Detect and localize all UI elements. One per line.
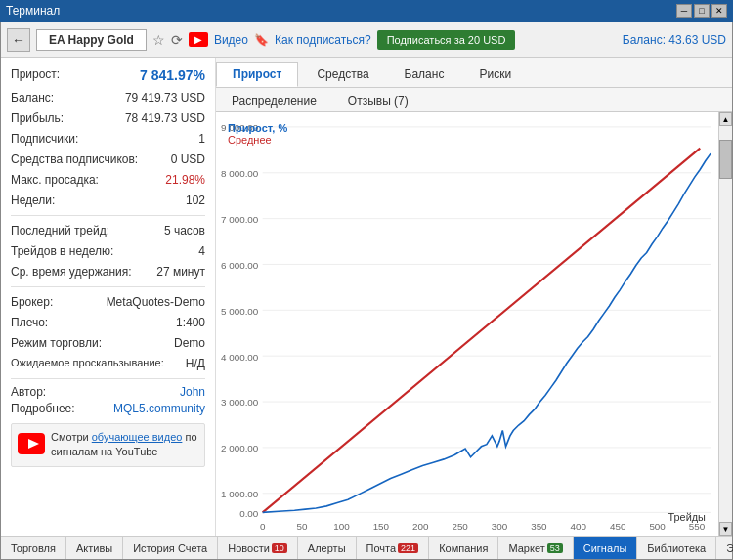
- chart-area: Прирост, % Среднее: [216, 112, 732, 536]
- subscribers-label: Подписчики:: [11, 130, 78, 148]
- svg-text:4 000.00: 4 000.00: [221, 352, 259, 363]
- promo-text: Смотри обучающее видео по сигналам на Yo…: [51, 430, 198, 460]
- subscribe-link[interactable]: Как подписаться?: [275, 33, 371, 47]
- mode-stat: Режим торговли: Demo: [11, 334, 205, 352]
- bottom-tab-mail[interactable]: Почта 221: [357, 537, 430, 559]
- mode-label: Режим торговли:: [11, 334, 102, 352]
- svg-text:8 000.00: 8 000.00: [221, 168, 259, 179]
- main-tabs: Прирост Средства Баланс Риски: [216, 58, 732, 88]
- chart-avg-label: Среднее: [228, 134, 287, 146]
- svg-text:3 000.00: 3 000.00: [221, 397, 259, 408]
- tab-reviews[interactable]: Отзывы (7): [332, 90, 424, 111]
- chart-growth-label: Прирост, %: [228, 122, 287, 134]
- chart-legend: Прирост, % Среднее: [228, 122, 287, 146]
- svg-text:200: 200: [412, 521, 429, 532]
- drawdown-stat: Макс. просадка: 21.98%: [11, 171, 205, 189]
- profit-value: 78 419.73 USD: [125, 109, 205, 127]
- scroll-thumb[interactable]: [719, 140, 732, 179]
- last-trade-label: Последний трейд:: [11, 222, 109, 239]
- youtube-promo-icon: [18, 433, 45, 457]
- scroll-up-button[interactable]: ▲: [719, 112, 732, 126]
- avg-hold-value: 27 минут: [156, 263, 205, 280]
- close-button[interactable]: ✕: [711, 4, 727, 18]
- author-label: Автор:: [11, 385, 46, 399]
- bottom-tab-history[interactable]: История Счета: [123, 537, 218, 559]
- svg-line-35: [263, 149, 701, 513]
- mode-value: Demo: [174, 334, 205, 352]
- video-link[interactable]: Видео: [214, 33, 248, 47]
- tab-balance[interactable]: Баланс: [388, 62, 461, 87]
- star-icon[interactable]: ☆: [152, 32, 165, 48]
- bottom-tab-news[interactable]: Новости 10: [218, 537, 298, 559]
- bottom-tab-alerts[interactable]: Алерты: [298, 537, 357, 559]
- weeks-value: 102: [186, 192, 205, 209]
- profit-label: Прибыль:: [11, 109, 64, 127]
- subscribers-value: 1: [198, 130, 205, 148]
- trades-per-week-value: 4: [198, 242, 205, 260]
- bottom-tab-market[interactable]: Маркет 53: [498, 537, 573, 559]
- broker-value: MetaQuotes-Demo: [107, 293, 205, 311]
- tab-funds[interactable]: Средства: [300, 62, 385, 87]
- mail-badge: 221: [398, 543, 418, 553]
- balance-display: Баланс: 43.63 USD: [623, 33, 726, 47]
- drawdown-value: 21.98%: [165, 171, 205, 189]
- more-label: Подробнее:: [11, 402, 75, 415]
- scroll-down-button[interactable]: ▼: [719, 522, 732, 536]
- minimize-button[interactable]: ─: [676, 4, 692, 18]
- window-controls: ─ □ ✕: [676, 4, 727, 18]
- toolbar: ← EA Happy Gold ☆ ⟳ ▶ Видео 🔖 Как подпис…: [1, 22, 732, 58]
- subscribe-button[interactable]: Подписаться за 20 USD: [377, 30, 516, 50]
- drawdown-label: Макс. просадка:: [11, 171, 99, 189]
- bottom-tab-signals[interactable]: Сигналы: [574, 537, 638, 559]
- funds-label: Средства подписчиков:: [11, 151, 138, 168]
- balance-label: Баланс:: [11, 89, 54, 107]
- bottom-tab-bar: Торговля Активы История Счета Новости 10…: [1, 536, 732, 559]
- balance-stat: Баланс: 79 419.73 USD: [11, 89, 205, 107]
- promo-video-link[interactable]: обучающее видео: [92, 431, 183, 443]
- content-area: Прирост: 7 841.97% Баланс: 79 419.73 USD…: [1, 58, 732, 536]
- svg-text:Трейды: Трейды: [668, 511, 707, 523]
- bottom-tab-assets[interactable]: Активы: [66, 537, 123, 559]
- trades-per-week-label: Трейдов в неделю:: [11, 242, 113, 260]
- bottom-tab-company[interactable]: Компания: [429, 537, 498, 559]
- svg-text:6 000.00: 6 000.00: [221, 260, 259, 271]
- vertical-scrollbar[interactable]: ▲ ▼: [718, 112, 732, 536]
- sub-tabs: Распределение Отзывы (7): [216, 88, 732, 112]
- bottom-tab-extra[interactable]: Эк: [716, 537, 733, 559]
- growth-stat: Прирост: 7 841.97%: [11, 65, 205, 86]
- bottom-tab-trading[interactable]: Торговля: [1, 537, 66, 559]
- right-panel: Прирост Средства Баланс Риски Распределе…: [216, 58, 732, 536]
- more-link[interactable]: MQL5.community: [113, 402, 205, 415]
- weeks-stat: Недели: 102: [11, 192, 205, 209]
- trades-per-week-stat: Трейдов в неделю: 4: [11, 242, 205, 260]
- youtube-button[interactable]: ▶: [189, 32, 208, 47]
- svg-text:5 000.00: 5 000.00: [221, 306, 259, 317]
- bottom-tab-library[interactable]: Библиотека: [637, 537, 716, 559]
- profit-stat: Прибыль: 78 419.73 USD: [11, 109, 205, 127]
- svg-text:450: 450: [610, 521, 626, 532]
- last-trade-value: 5 часов: [164, 222, 205, 239]
- tab-risks[interactable]: Риски: [462, 62, 528, 87]
- main-window: ← EA Happy Gold ☆ ⟳ ▶ Видео 🔖 Как подпис…: [0, 22, 733, 560]
- leverage-value: 1:400: [176, 314, 205, 331]
- subscribers-stat: Подписчики: 1: [11, 130, 205, 148]
- svg-text:250: 250: [452, 521, 468, 532]
- svg-text:400: 400: [571, 521, 587, 532]
- tab-distribution[interactable]: Распределение: [216, 90, 332, 111]
- svg-text:0: 0: [260, 521, 266, 532]
- balance-value: 79 419.73 USD: [125, 89, 205, 107]
- maximize-button[interactable]: □: [694, 4, 710, 18]
- slippage-label: Ожидаемое проскальзывание:: [11, 355, 164, 372]
- tab-growth[interactable]: Прирост: [216, 62, 298, 87]
- more-stat: Подробнее: MQL5.community: [11, 402, 205, 415]
- author-link[interactable]: John: [180, 385, 205, 399]
- svg-text:350: 350: [531, 521, 547, 532]
- refresh-icon[interactable]: ⟳: [171, 32, 183, 48]
- author-stat: Автор: John: [11, 385, 205, 399]
- svg-text:100: 100: [333, 521, 350, 532]
- svg-text:50: 50: [297, 521, 308, 532]
- funds-stat: Средства подписчиков: 0 USD: [11, 151, 205, 168]
- back-button[interactable]: ←: [7, 28, 30, 52]
- avg-hold-label: Ср. время удержания:: [11, 263, 132, 280]
- svg-text:300: 300: [492, 521, 508, 532]
